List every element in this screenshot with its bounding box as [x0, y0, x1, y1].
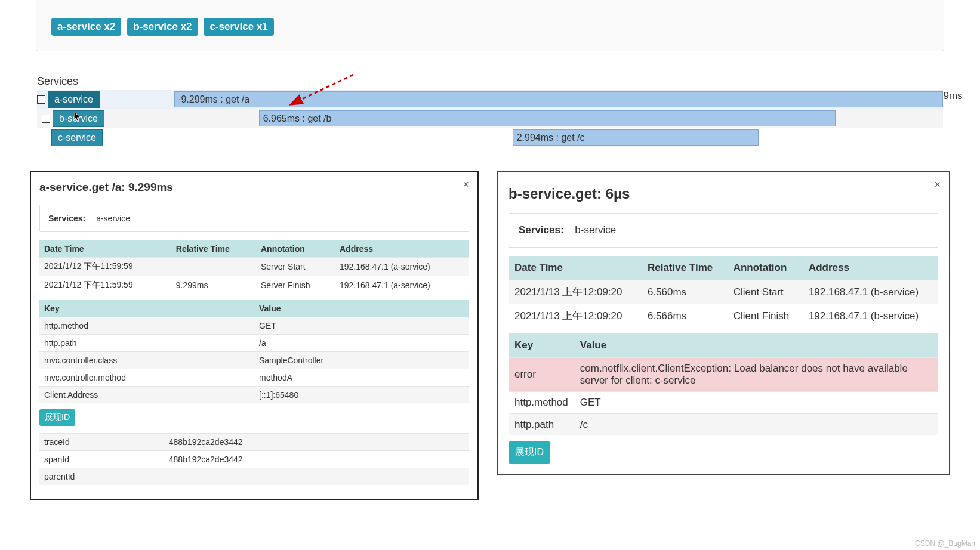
col-date-time: Date Time: [509, 256, 642, 280]
table-row: mvc.controller.classSampleController: [39, 352, 469, 369]
col-annotation: Annotation: [256, 240, 335, 258]
services-box: Services: a-service: [39, 205, 469, 232]
table-row: 2021/1/13 上午12:09:206.566ms Client Finis…: [509, 304, 938, 328]
table-row: mvc.controller.methodmethodA: [39, 369, 469, 387]
trace-row-c-service[interactable]: c-service 2.994ms : get /c: [37, 128, 943, 147]
table-row: 2021/1/12 下午11:59:599.299ms Server Finis…: [39, 276, 469, 295]
span-bar-b[interactable]: 6.965ms : get /b: [259, 110, 836, 126]
annotation-table: Date Time Relative Time Annotation Addre…: [39, 240, 469, 294]
col-address: Address: [335, 240, 469, 258]
col-annotation: Annotation: [728, 256, 803, 280]
col-key: Key: [39, 300, 254, 317]
services-sub-label: Services:: [519, 224, 564, 236]
service-chip-b[interactable]: b-service: [53, 110, 104, 127]
trace-row-a-service[interactable]: – a-service ·9.299ms : get /a: [37, 90, 943, 109]
service-badge-c[interactable]: c-service x1: [204, 18, 273, 36]
show-id-button[interactable]: 展现ID: [39, 409, 75, 426]
collapse-toggle-icon[interactable]: –: [37, 95, 45, 104]
col-date-time: Date Time: [39, 240, 171, 258]
annotation-table: Date Time Relative Time Annotation Addre…: [509, 256, 938, 327]
col-value: Value: [254, 300, 469, 317]
table-row: http.path/a: [39, 335, 469, 352]
services-name: b-service: [575, 224, 616, 236]
span-detail-panel-a: × a-service.get /a: 9.299ms Services: a-…: [30, 171, 479, 500]
services-heading: Services: [37, 75, 211, 88]
table-row: spanId488b192ca2de3442: [39, 451, 469, 468]
close-icon[interactable]: ×: [463, 178, 469, 191]
service-chip-a[interactable]: a-service: [48, 91, 100, 108]
close-icon[interactable]: ×: [934, 178, 941, 191]
collapse-toggle-icon[interactable]: –: [42, 115, 50, 123]
trace-timeline: – a-service ·9.299ms : get /a – b-servic…: [37, 90, 943, 147]
tags-table: Key Value errorcom.netflix.client.Client…: [509, 333, 938, 435]
service-badge-a[interactable]: a-service x2: [51, 18, 121, 36]
show-id-button[interactable]: 展现ID: [509, 441, 550, 464]
span-bar-c[interactable]: 2.994ms : get /c: [513, 129, 759, 146]
table-row: 2021/1/12 下午11:59:59 Server Start192.168…: [39, 258, 469, 276]
panel-title: a-service.get /a: 9.299ms: [39, 181, 469, 194]
table-row: traceId488b192ca2de3442: [39, 434, 469, 451]
services-box: Services: b-service: [509, 213, 938, 248]
table-row: errorcom.netflix.client.ClientException:…: [509, 358, 938, 392]
col-address: Address: [803, 256, 938, 280]
table-row: parentId: [39, 468, 469, 486]
table-row: http.methodGET: [509, 392, 938, 414]
col-key: Key: [509, 333, 574, 358]
top-service-summary-panel: a-service x2 b-service x2 c-service x1: [36, 0, 944, 51]
service-chip-c[interactable]: c-service: [51, 129, 103, 146]
table-row: http.methodGET: [39, 317, 469, 335]
table-row: 2021/1/13 上午12:09:206.560ms Client Start…: [509, 280, 938, 304]
tags-table: Key Value http.methodGET http.path/a mvc…: [39, 300, 469, 403]
col-value: Value: [574, 333, 938, 358]
panel-title: b-service.get: 6µs: [509, 186, 938, 202]
service-badge-b[interactable]: b-service x2: [127, 18, 198, 36]
ids-table: traceId488b192ca2de3442 spanId488b192ca2…: [39, 433, 469, 485]
col-relative-time: Relative Time: [171, 240, 256, 258]
table-row: http.path/c: [509, 414, 938, 436]
span-bar-a[interactable]: ·9.299ms : get /a: [174, 91, 943, 107]
services-name: a-service: [96, 214, 130, 223]
col-relative-time: Relative Time: [642, 256, 728, 280]
trace-row-b-service[interactable]: – b-service 6.965ms : get /b: [37, 109, 943, 128]
table-row: Client Address[::1]:65480: [39, 387, 469, 404]
services-sub-label: Services:: [48, 214, 85, 223]
span-detail-panel-b: × b-service.get: 6µs Services: b-service…: [497, 171, 950, 475]
